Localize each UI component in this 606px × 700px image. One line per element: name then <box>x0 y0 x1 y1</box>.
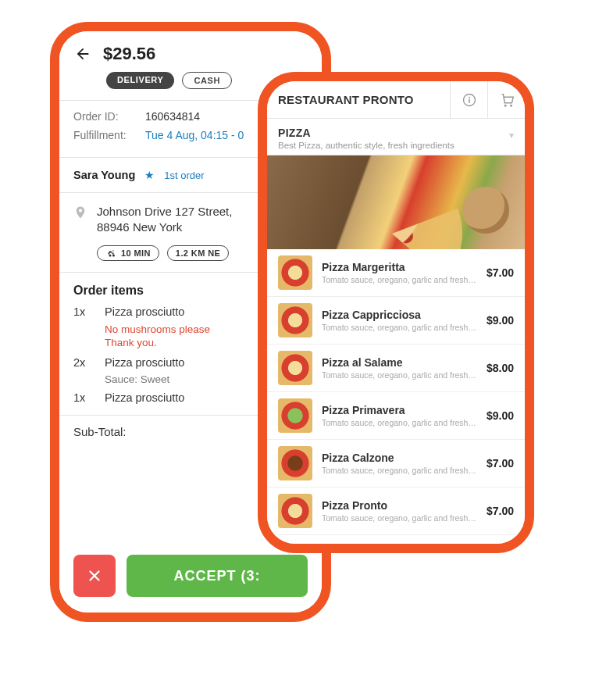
close-icon <box>86 567 103 584</box>
category-header[interactable]: PIZZA Best Pizza, authentic style, fresh… <box>267 119 525 155</box>
order-header: $29.56 <box>59 31 322 72</box>
menu-item-desc: Tomato sauce, oregano, garlic and fresh … <box>322 513 477 523</box>
menu-item-name: Pizza Margeritta <box>322 261 477 273</box>
payment-chip: CASH <box>182 72 232 89</box>
menu-header: RESTAURANT PRONTO <box>267 81 525 119</box>
menu-item-name: Pizza al Salame <box>322 356 477 369</box>
menu-item-name: Pizza Cappricciosa <box>322 309 477 321</box>
item-name: Pizza prosciutto <box>105 391 184 404</box>
back-button[interactable] <box>73 45 92 63</box>
cart-button[interactable] <box>487 81 525 119</box>
pizza-thumb-icon <box>278 494 312 528</box>
menu-item-name: Pizza Pronto <box>322 499 477 512</box>
fulfillment-label: Fulfillment: <box>73 129 139 141</box>
star-icon: ★ <box>144 169 155 181</box>
menu-item[interactable]: Pizza Margeritta Tomato sauce, oregano, … <box>267 249 525 297</box>
svg-rect-2 <box>469 98 470 102</box>
menu-item[interactable]: Pizza Primavera Tomato sauce, oregano, g… <box>267 392 525 440</box>
eta-label: 10 MIN <box>121 248 151 258</box>
pizza-thumb-icon <box>278 446 312 480</box>
order-total: $29.56 <box>103 44 155 64</box>
item-qty: 1x <box>73 305 91 318</box>
category-desc: Best Pizza, authentic style, fresh ingre… <box>278 141 514 150</box>
menu-item-name: Pizza Primavera <box>322 404 477 416</box>
order-id-label: Order ID: <box>73 110 139 123</box>
item-name: Pizza prosciutto <box>105 356 184 369</box>
menu-app-screen: RESTAURANT PRONTO PIZZA Best Pizza, auth… <box>258 72 534 553</box>
reject-button[interactable] <box>73 555 116 597</box>
menu-item[interactable]: Pizza Calzone Tomato sauce, oregano, gar… <box>267 440 525 488</box>
order-id-value: 160634814 <box>145 110 200 123</box>
svg-point-1 <box>469 96 470 98</box>
item-name: Pizza prosciutto <box>105 305 184 318</box>
order-action-bar: ACCEPT (3: <box>59 555 322 612</box>
menu-item-price: $7.00 <box>487 266 514 279</box>
menu-item-price: $9.00 <box>487 409 514 422</box>
menu-item-desc: Tomato sauce, oregano, garlic and fresh … <box>322 466 477 475</box>
address-line2: 88946 New York <box>97 220 232 235</box>
distance-pill[interactable]: 1.2 KM NE <box>167 245 229 261</box>
cart-icon <box>498 91 515 109</box>
delivery-chip: DELIVERY <box>106 72 174 89</box>
customer-name: Sara Young <box>73 169 135 181</box>
chevron-down-icon: ▾ <box>509 130 514 141</box>
menu-item[interactable]: Pizza Cappricciosa Tomato sauce, oregano… <box>267 297 525 345</box>
menu-item[interactable]: Pizza Pronto Tomato sauce, oregano, garl… <box>267 488 525 535</box>
menu-item[interactable]: Pizza al Salame Tomato sauce, oregano, g… <box>267 345 525 392</box>
map-pin-icon <box>73 205 87 223</box>
menu-item-desc: Tomato sauce, oregano, garlic and fresh … <box>322 418 477 427</box>
menu-item-price: $7.00 <box>487 457 514 470</box>
restaurant-name: RESTAURANT PRONTO <box>267 93 450 106</box>
menu-item-desc: Tomato sauce, oregano, garlic and fresh … <box>322 323 477 332</box>
scooter-icon <box>105 248 116 258</box>
item-qty: 2x <box>73 356 91 369</box>
pizza-thumb-icon <box>278 398 312 433</box>
menu-item-desc: Tomato sauce, oregano, garlic and fresh … <box>322 370 477 380</box>
address-text[interactable]: Johnson Drive 127 Street, 88946 New York <box>97 204 232 236</box>
info-icon <box>462 92 477 108</box>
pizza-thumb-icon <box>278 303 312 338</box>
svg-point-3 <box>504 104 506 106</box>
fulfillment-value[interactable]: Tue 4 Aug, 04:15 - 0 <box>145 129 244 141</box>
eta-pill[interactable]: 10 MIN <box>97 245 159 261</box>
category-name: PIZZA <box>278 127 514 139</box>
category-hero-image <box>267 155 525 249</box>
item-qty: 1x <box>73 391 91 404</box>
menu-item-price: $8.00 <box>487 362 514 374</box>
svg-point-4 <box>510 104 512 106</box>
arrow-left-icon <box>74 45 91 62</box>
menu-item-name: Pizza Calzone <box>322 452 477 464</box>
menu-list[interactable]: Pizza Margeritta Tomato sauce, oregano, … <box>267 249 525 544</box>
menu-inner: RESTAURANT PRONTO PIZZA Best Pizza, auth… <box>267 81 525 544</box>
distance-label: 1.2 KM NE <box>176 248 220 258</box>
menu-item-desc: Tomato sauce, oregano, garlic and fresh … <box>322 275 477 284</box>
menu-item-price: $9.00 <box>487 314 514 327</box>
info-button[interactable] <box>450 81 487 119</box>
address-line1: Johnson Drive 127 Street, <box>97 204 232 220</box>
accept-label: ACCEPT (3: <box>173 568 260 584</box>
pizza-thumb-icon <box>278 351 312 385</box>
first-order-badge: 1st order <box>164 170 204 181</box>
pizza-thumb-icon <box>278 255 312 290</box>
accept-button[interactable]: ACCEPT (3: <box>127 555 308 597</box>
menu-item-price: $7.00 <box>487 505 514 517</box>
